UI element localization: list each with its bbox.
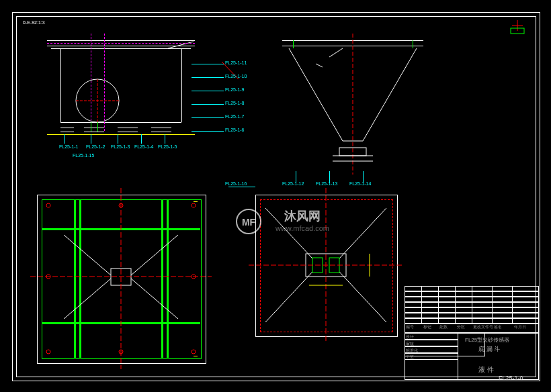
- svg-line-33: [265, 272, 312, 322]
- svg-line-32: [265, 208, 312, 258]
- tbl-drawing-no: FL25-1-0: [499, 375, 523, 381]
- svg-line-34: [339, 208, 386, 258]
- title-block: 编号 标记 处数 分区 更改文件号 签名 年月日 设计 审核 标准化 工艺 液 …: [405, 286, 539, 380]
- tbl-org: 液 件: [478, 365, 494, 375]
- tbl-title-main: FL25型夹砂传感器: [465, 336, 509, 344]
- tbl-header-5: 更改文件号: [473, 324, 493, 330]
- tbl-header-6: 签名: [494, 324, 502, 330]
- tbl-header-7: 年月日: [514, 324, 526, 330]
- tbl-row-4: 工艺: [406, 354, 414, 360]
- tbl-row-1: 设计: [406, 334, 414, 340]
- tbl-header-4: 分区: [457, 324, 465, 330]
- tbl-title-sub: 底 漏 斗: [478, 345, 500, 354]
- svg-line-35: [339, 272, 386, 322]
- tbl-row-3: 标准化: [406, 348, 418, 354]
- tbl-header-3: 处数: [439, 324, 448, 330]
- tbl-header-2: 标记: [423, 324, 431, 330]
- tbl-header-1: 编号: [406, 324, 414, 330]
- tbl-row-2: 审核: [406, 341, 414, 347]
